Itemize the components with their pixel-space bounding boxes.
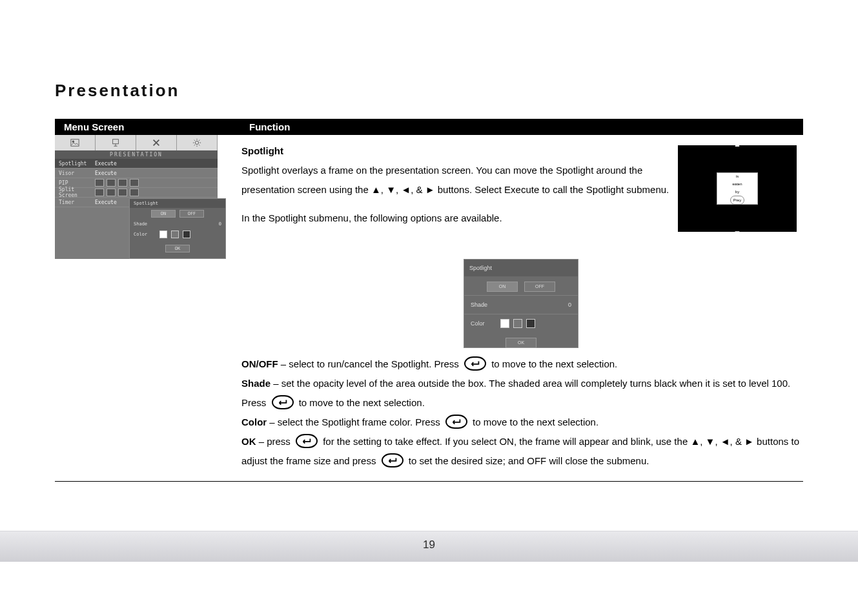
arrow-down-icon: ▼	[733, 225, 741, 241]
tab-tools-icon	[136, 135, 177, 150]
spotlight-submenu-small: Spotlight ON OFF Shade0 Color OK	[129, 198, 226, 259]
color-label: Color	[471, 318, 496, 329]
menu-row-spotlight: SpotlightExecute	[55, 159, 218, 169]
ok-text3: to set the desired size; and OFF will cl…	[406, 455, 649, 466]
color-label-desc: Color	[241, 416, 267, 427]
onoff-text2: to move to the next selection.	[489, 358, 617, 369]
color-line: Color – select the Spotlight frame color…	[241, 413, 801, 432]
menu-label: Split Screen	[59, 187, 95, 198]
color-label: Color	[134, 232, 156, 237]
menu-row-visor: VisorExecute	[55, 169, 218, 178]
enter-icon	[296, 434, 318, 448]
spotlight-submenu-large: Spotlight ON OFF Shade 0 Color OK	[464, 259, 578, 348]
col-header-function: Function	[249, 121, 794, 132]
shade-label: Shade	[134, 221, 156, 227]
color-text2: to move to the next selection.	[470, 416, 598, 427]
tab-presentation-icon	[96, 135, 136, 150]
color-swatch-gray	[513, 319, 522, 328]
enter-icon	[445, 415, 467, 429]
color-text: – select the Spotlight frame color. Pres…	[267, 416, 443, 427]
section-title: Presentation	[55, 81, 803, 101]
submenu-title: Spotlight	[464, 260, 578, 276]
onoff-line: ON/OFF – select to run/cancel the Spotli…	[241, 354, 801, 374]
shade-value: 0	[568, 299, 571, 311]
color-swatch-dark	[526, 319, 535, 328]
menu-label: PIP	[59, 180, 95, 186]
onoff-text: – select to run/cancel the Spotlight. Pr…	[278, 358, 462, 369]
on-pill: ON	[151, 210, 176, 218]
preview-text: Prey	[730, 196, 744, 205]
shade-line: Shade – set the opacity level of the are…	[241, 374, 801, 413]
col-header-menu-screen: Menu Screen	[64, 121, 249, 132]
ok-label-desc: OK	[241, 436, 256, 447]
enter-icon	[464, 356, 486, 371]
table-row: PRESENTATION SpotlightExecute VisorExecu…	[55, 135, 803, 482]
preview-text: by	[735, 188, 739, 196]
table-header: Menu Screen Function	[55, 119, 803, 135]
spotlight-frame: is eaten by Prey	[717, 172, 758, 205]
spotlight-preview: ◄ ► ▲ ▼ is eaten by Prey	[678, 145, 797, 232]
arrow-up-icon: ▲	[733, 136, 741, 152]
preview-text: is	[736, 172, 739, 180]
svg-point-1	[72, 141, 74, 143]
menu-band-label: PRESENTATION	[55, 150, 218, 159]
ok-text: – press	[256, 436, 294, 447]
svg-point-3	[195, 141, 198, 144]
menu-row-split: Split Screen	[55, 188, 218, 198]
menu-screenshot: PRESENTATION SpotlightExecute VisorExecu…	[55, 135, 218, 259]
on-pill: ON	[487, 282, 518, 292]
function-cell: Spotlight Spotlight overlays a frame on …	[240, 135, 803, 481]
ok-pill: OK	[165, 245, 190, 252]
shade-text2: to move to the next selection.	[296, 397, 425, 408]
menu-value: Execute	[95, 161, 117, 167]
off-pill: OFF	[179, 210, 204, 218]
enter-icon	[382, 453, 403, 467]
enter-icon	[272, 395, 294, 409]
tab-image-icon	[55, 135, 96, 150]
ok-pill: OK	[506, 338, 536, 348]
svg-rect-2	[113, 139, 119, 144]
onoff-label: ON/OFF	[241, 358, 278, 369]
shade-value: 0	[219, 221, 221, 227]
tab-settings-icon	[177, 135, 218, 150]
ok-line: OK – press for the setting to take effec…	[241, 432, 801, 471]
menu-label: Timer	[59, 200, 95, 205]
shade-label-desc: Shade	[241, 378, 271, 389]
arrow-right-icon: ►	[798, 181, 806, 196]
color-swatch-white	[500, 319, 509, 328]
menu-value: Execute	[95, 200, 117, 205]
submenu-title: Spotlight	[130, 199, 225, 208]
arrow-left-icon: ◄	[669, 181, 677, 196]
menu-label: Visor	[59, 170, 95, 176]
shade-label: Shade	[471, 299, 496, 311]
svg-rect-0	[71, 139, 79, 147]
menu-label: Spotlight	[59, 161, 95, 167]
preview-text: eaten	[732, 180, 742, 188]
off-pill: OFF	[524, 282, 555, 292]
menu-value: Execute	[95, 170, 117, 176]
page-number: 19	[0, 539, 858, 551]
menu-screen-cell: PRESENTATION SpotlightExecute VisorExecu…	[55, 135, 240, 481]
